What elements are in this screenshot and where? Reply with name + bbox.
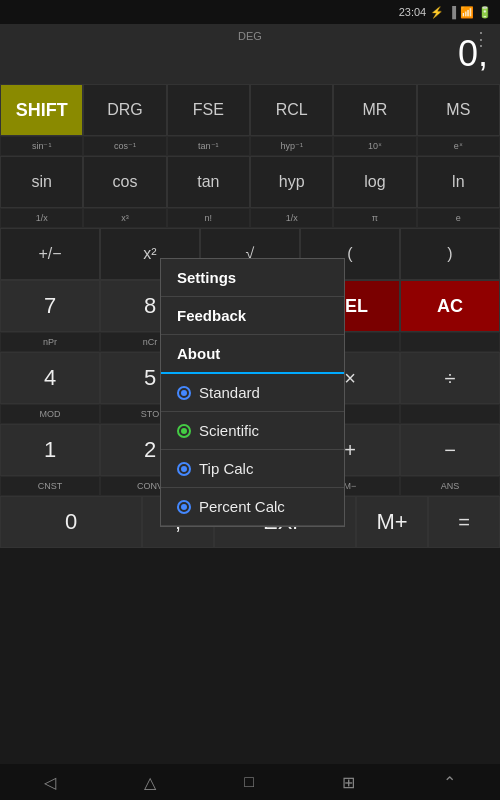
btn-divide[interactable]: ÷ [400,352,500,404]
dropdown-menu: Settings Feedback About Standard Scienti… [160,258,345,527]
btn-1[interactable]: 1 [0,424,100,476]
row-trig: sin cos tan hyp log ln [0,156,500,208]
sub-x3: x³ [83,208,166,228]
btn-cos[interactable]: cos [83,156,166,208]
row-shift: SHIFT DRG FSE RCL MR MS [0,84,500,136]
usb-icon: ⚡ [430,6,444,19]
btn-0[interactable]: 0 [0,496,142,548]
overflow-menu-icon[interactable]: ⋮ [472,28,490,50]
radio-standard [177,386,191,400]
nav-back-icon[interactable]: ◁ [44,773,56,792]
sub-1x: 1/x [0,208,83,228]
btn-log[interactable]: log [333,156,416,208]
btn-hyp[interactable]: hyp [250,156,333,208]
sub-hyp-inv: hyp⁻¹ [250,136,333,156]
sub-empty3 [400,332,500,352]
deg-label: DEG [238,30,262,42]
sub-nfact: n! [167,208,250,228]
btn-7[interactable]: 7 [0,280,100,332]
sub-row-trig: sin⁻¹ cos⁻¹ tan⁻¹ hyp⁻¹ 10ˣ eˣ [0,136,500,156]
sub-ans: ANS [400,476,500,496]
nav-home-icon[interactable]: △ [144,773,156,792]
status-time: 23:04 [399,6,427,18]
btn-tan[interactable]: tan [167,156,250,208]
btn-rcl[interactable]: RCL [250,84,333,136]
dropdown-settings[interactable]: Settings [161,259,344,297]
btn-4[interactable]: 4 [0,352,100,404]
btn-ms[interactable]: MS [417,84,500,136]
sub-1x2: 1/x [250,208,333,228]
sub-row-extra: 1/x x³ n! 1/x π e [0,208,500,228]
radio-percentcalc [177,500,191,514]
dropdown-feedback[interactable]: Feedback [161,297,344,335]
nav-recent-icon[interactable]: □ [244,773,254,791]
btn-ac[interactable]: AC [400,280,500,332]
btn-sin[interactable]: sin [0,156,83,208]
sub-npr: nPr [0,332,100,352]
sub-cos-inv: cos⁻¹ [83,136,166,156]
btn-minus[interactable]: − [400,424,500,476]
sub-cnst: CNST [0,476,100,496]
dropdown-tipcalc[interactable]: Tip Calc [161,450,344,488]
btn-fse[interactable]: FSE [167,84,250,136]
btn-equals[interactable]: = [428,496,500,548]
signal-icon: ▐ [448,6,456,18]
btn-ln[interactable]: ln [417,156,500,208]
btn-rparen[interactable]: ) [400,228,500,280]
btn-mr[interactable]: MR [333,84,416,136]
sub-mod: MOD [0,404,100,424]
dropdown-about[interactable]: About [161,335,344,374]
dropdown-scientific[interactable]: Scientific [161,412,344,450]
sub-e: e [417,208,500,228]
sub-ex: eˣ [417,136,500,156]
sub-10x: 10ˣ [333,136,416,156]
radio-tipcalc [177,462,191,476]
btn-drg[interactable]: DRG [83,84,166,136]
sub-empty6 [400,404,500,424]
btn-plusminus[interactable]: +/− [0,228,100,280]
btn-shift[interactable]: SHIFT [0,84,83,136]
nav-bar: ◁ △ □ ⊞ ⌃ [0,764,500,800]
nav-grid-icon[interactable]: ⊞ [342,773,355,792]
sub-tan-inv: tan⁻¹ [167,136,250,156]
wifi-icon: 📶 [460,6,474,19]
btn-mplus[interactable]: M+ [356,496,428,548]
nav-up-icon[interactable]: ⌃ [443,773,456,792]
dropdown-standard[interactable]: Standard [161,374,344,412]
dropdown-percentcalc[interactable]: Percent Calc [161,488,344,526]
sub-sin-inv: sin⁻¹ [0,136,83,156]
battery-icon: 🔋 [478,6,492,19]
radio-scientific [177,424,191,438]
sub-pi: π [333,208,416,228]
display-area: DEG 0, [0,24,500,84]
status-bar: 23:04 ⚡ ▐ 📶 🔋 [0,0,500,24]
